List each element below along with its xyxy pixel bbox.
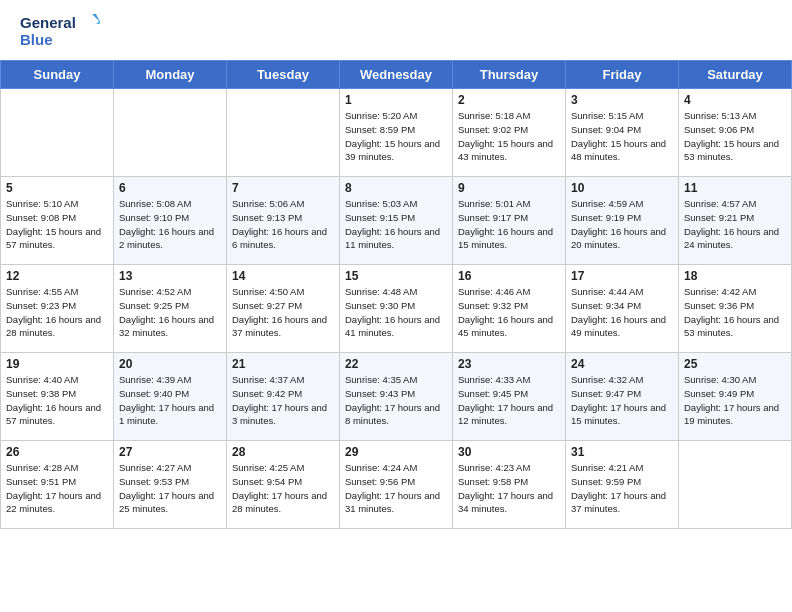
day-number: 31 [571,445,673,459]
day-info: Sunrise: 4:30 AM Sunset: 9:49 PM Dayligh… [684,373,786,428]
calendar-cell: 5Sunrise: 5:10 AM Sunset: 9:08 PM Daylig… [1,177,114,265]
day-info: Sunrise: 4:42 AM Sunset: 9:36 PM Dayligh… [684,285,786,340]
day-info: Sunrise: 4:24 AM Sunset: 9:56 PM Dayligh… [345,461,447,516]
calendar-week-row: 26Sunrise: 4:28 AM Sunset: 9:51 PM Dayli… [1,441,792,529]
svg-marker-2 [92,14,100,22]
weekday-header: Saturday [679,61,792,89]
day-number: 8 [345,181,447,195]
calendar-cell: 29Sunrise: 4:24 AM Sunset: 9:56 PM Dayli… [340,441,453,529]
calendar-cell: 26Sunrise: 4:28 AM Sunset: 9:51 PM Dayli… [1,441,114,529]
calendar-cell: 7Sunrise: 5:06 AM Sunset: 9:13 PM Daylig… [227,177,340,265]
day-info: Sunrise: 4:32 AM Sunset: 9:47 PM Dayligh… [571,373,673,428]
calendar-cell: 18Sunrise: 4:42 AM Sunset: 9:36 PM Dayli… [679,265,792,353]
day-number: 1 [345,93,447,107]
calendar-cell [114,89,227,177]
calendar-cell: 4Sunrise: 5:13 AM Sunset: 9:06 PM Daylig… [679,89,792,177]
day-info: Sunrise: 4:21 AM Sunset: 9:59 PM Dayligh… [571,461,673,516]
day-info: Sunrise: 4:57 AM Sunset: 9:21 PM Dayligh… [684,197,786,252]
day-info: Sunrise: 4:33 AM Sunset: 9:45 PM Dayligh… [458,373,560,428]
day-number: 20 [119,357,221,371]
calendar-cell: 9Sunrise: 5:01 AM Sunset: 9:17 PM Daylig… [453,177,566,265]
weekday-header: Thursday [453,61,566,89]
svg-text:Blue: Blue [20,31,53,48]
logo: General Blue [20,12,100,54]
calendar-week-row: 12Sunrise: 4:55 AM Sunset: 9:23 PM Dayli… [1,265,792,353]
page-header: General Blue [0,0,792,60]
day-info: Sunrise: 4:35 AM Sunset: 9:43 PM Dayligh… [345,373,447,428]
day-number: 11 [684,181,786,195]
day-number: 22 [345,357,447,371]
day-number: 4 [684,93,786,107]
day-info: Sunrise: 4:46 AM Sunset: 9:32 PM Dayligh… [458,285,560,340]
weekday-header-row: SundayMondayTuesdayWednesdayThursdayFrid… [1,61,792,89]
day-info: Sunrise: 5:10 AM Sunset: 9:08 PM Dayligh… [6,197,108,252]
day-info: Sunrise: 4:37 AM Sunset: 9:42 PM Dayligh… [232,373,334,428]
day-info: Sunrise: 4:48 AM Sunset: 9:30 PM Dayligh… [345,285,447,340]
calendar-week-row: 19Sunrise: 4:40 AM Sunset: 9:38 PM Dayli… [1,353,792,441]
calendar-cell: 11Sunrise: 4:57 AM Sunset: 9:21 PM Dayli… [679,177,792,265]
calendar-table: SundayMondayTuesdayWednesdayThursdayFrid… [0,60,792,529]
calendar-cell: 30Sunrise: 4:23 AM Sunset: 9:58 PM Dayli… [453,441,566,529]
day-info: Sunrise: 4:55 AM Sunset: 9:23 PM Dayligh… [6,285,108,340]
weekday-header: Monday [114,61,227,89]
calendar-cell: 6Sunrise: 5:08 AM Sunset: 9:10 PM Daylig… [114,177,227,265]
calendar-cell: 13Sunrise: 4:52 AM Sunset: 9:25 PM Dayli… [114,265,227,353]
calendar-cell: 20Sunrise: 4:39 AM Sunset: 9:40 PM Dayli… [114,353,227,441]
day-number: 15 [345,269,447,283]
day-info: Sunrise: 4:39 AM Sunset: 9:40 PM Dayligh… [119,373,221,428]
day-info: Sunrise: 4:25 AM Sunset: 9:54 PM Dayligh… [232,461,334,516]
day-info: Sunrise: 5:03 AM Sunset: 9:15 PM Dayligh… [345,197,447,252]
day-number: 29 [345,445,447,459]
day-number: 3 [571,93,673,107]
calendar-cell: 17Sunrise: 4:44 AM Sunset: 9:34 PM Dayli… [566,265,679,353]
day-number: 12 [6,269,108,283]
day-info: Sunrise: 5:08 AM Sunset: 9:10 PM Dayligh… [119,197,221,252]
calendar-cell: 12Sunrise: 4:55 AM Sunset: 9:23 PM Dayli… [1,265,114,353]
calendar-cell: 24Sunrise: 4:32 AM Sunset: 9:47 PM Dayli… [566,353,679,441]
day-number: 25 [684,357,786,371]
day-number: 28 [232,445,334,459]
calendar-cell: 28Sunrise: 4:25 AM Sunset: 9:54 PM Dayli… [227,441,340,529]
weekday-header: Wednesday [340,61,453,89]
day-number: 16 [458,269,560,283]
svg-text:General: General [20,14,76,31]
calendar-week-row: 5Sunrise: 5:10 AM Sunset: 9:08 PM Daylig… [1,177,792,265]
day-number: 10 [571,181,673,195]
day-number: 13 [119,269,221,283]
day-number: 5 [6,181,108,195]
day-number: 19 [6,357,108,371]
day-info: Sunrise: 5:13 AM Sunset: 9:06 PM Dayligh… [684,109,786,164]
calendar-cell: 14Sunrise: 4:50 AM Sunset: 9:27 PM Dayli… [227,265,340,353]
calendar-week-row: 1Sunrise: 5:20 AM Sunset: 8:59 PM Daylig… [1,89,792,177]
day-number: 7 [232,181,334,195]
calendar-cell: 31Sunrise: 4:21 AM Sunset: 9:59 PM Dayli… [566,441,679,529]
day-number: 30 [458,445,560,459]
day-number: 9 [458,181,560,195]
calendar-cell [679,441,792,529]
day-info: Sunrise: 5:20 AM Sunset: 8:59 PM Dayligh… [345,109,447,164]
day-number: 6 [119,181,221,195]
day-info: Sunrise: 4:23 AM Sunset: 9:58 PM Dayligh… [458,461,560,516]
weekday-header: Sunday [1,61,114,89]
day-number: 2 [458,93,560,107]
calendar-cell: 10Sunrise: 4:59 AM Sunset: 9:19 PM Dayli… [566,177,679,265]
calendar-cell: 15Sunrise: 4:48 AM Sunset: 9:30 PM Dayli… [340,265,453,353]
day-info: Sunrise: 4:27 AM Sunset: 9:53 PM Dayligh… [119,461,221,516]
day-info: Sunrise: 4:44 AM Sunset: 9:34 PM Dayligh… [571,285,673,340]
day-info: Sunrise: 5:18 AM Sunset: 9:02 PM Dayligh… [458,109,560,164]
calendar-cell: 22Sunrise: 4:35 AM Sunset: 9:43 PM Dayli… [340,353,453,441]
calendar-cell [227,89,340,177]
day-info: Sunrise: 4:28 AM Sunset: 9:51 PM Dayligh… [6,461,108,516]
day-number: 17 [571,269,673,283]
calendar-cell [1,89,114,177]
day-info: Sunrise: 5:06 AM Sunset: 9:13 PM Dayligh… [232,197,334,252]
calendar-cell: 23Sunrise: 4:33 AM Sunset: 9:45 PM Dayli… [453,353,566,441]
day-number: 21 [232,357,334,371]
day-info: Sunrise: 4:59 AM Sunset: 9:19 PM Dayligh… [571,197,673,252]
day-info: Sunrise: 5:01 AM Sunset: 9:17 PM Dayligh… [458,197,560,252]
day-info: Sunrise: 5:15 AM Sunset: 9:04 PM Dayligh… [571,109,673,164]
weekday-header: Tuesday [227,61,340,89]
logo-svg: General Blue [20,12,100,54]
day-info: Sunrise: 4:50 AM Sunset: 9:27 PM Dayligh… [232,285,334,340]
calendar-cell: 2Sunrise: 5:18 AM Sunset: 9:02 PM Daylig… [453,89,566,177]
